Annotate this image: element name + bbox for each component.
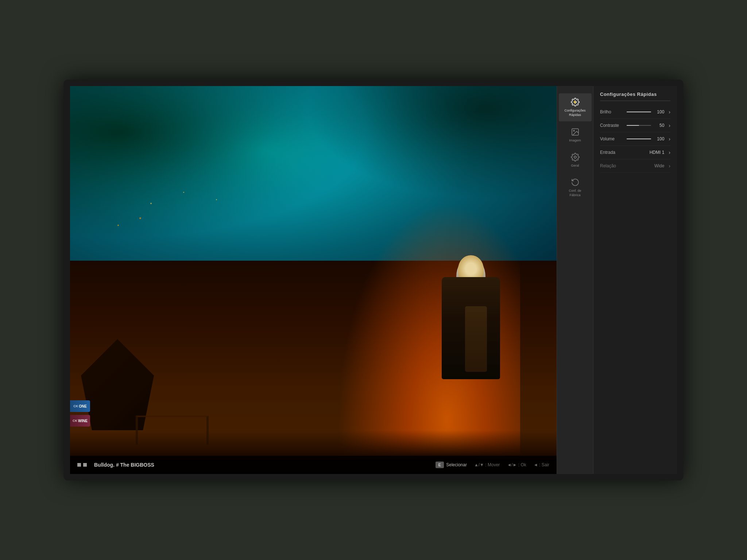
game-screen: CK ONE CK WINE Bulldog. # The BIGBOSS E … <box>70 86 557 474</box>
nav-move: ▲/▼ : Mover <box>474 462 500 467</box>
volume-slider[interactable] <box>627 139 651 139</box>
badge-one: CK ONE <box>70 400 90 412</box>
input-value: HDMI 1 <box>650 150 665 155</box>
aspect-row[interactable]: Relação Wide › <box>600 159 670 173</box>
nav-exit: ◄ : Sair <box>534 462 549 467</box>
volume-label: Volume <box>600 136 624 141</box>
select-key: E <box>436 462 444 468</box>
game-bottom-bar: Bulldog. # The BIGBOSS E Selecionar ▲/▼ … <box>70 456 557 474</box>
particle <box>183 192 184 193</box>
icon-sq1 <box>77 463 81 467</box>
osd-sidebar: ConfiguraçõesRápidas Imagem Geral <box>557 86 593 474</box>
volume-arrow: › <box>669 136 670 142</box>
osd-divider <box>600 101 670 101</box>
gear-lightning-icon <box>571 98 580 106</box>
contrast-fill <box>627 125 639 126</box>
osd-title: Configurações Rápidas <box>600 92 670 97</box>
badge-one-label: ONE <box>79 404 87 408</box>
image-icon <box>571 128 580 136</box>
select-button[interactable]: E Selecionar <box>436 462 467 468</box>
volume-row[interactable]: Volume 100 › <box>600 132 670 146</box>
brightness-slider[interactable] <box>627 112 651 112</box>
input-label: Entrada <box>600 150 624 155</box>
volume-slider-container: 100 <box>627 136 664 141</box>
select-label: Selecionar <box>446 462 467 467</box>
sidebar-label-general: Geral <box>571 164 579 167</box>
gear-icon <box>571 153 580 162</box>
contrast-row[interactable]: Contraste 50 › <box>600 119 670 132</box>
svg-point-2 <box>574 156 576 158</box>
contrast-slider-container: 50 <box>627 123 664 128</box>
badge-wine-label: WINE <box>78 419 88 423</box>
osd-panel: ConfiguraçõesRápidas Imagem Geral <box>557 86 677 474</box>
osd-main-content: Configurações Rápidas Brilho 100 › Contr… <box>593 86 677 474</box>
contrast-label: Contraste <box>600 123 624 128</box>
character <box>407 233 535 445</box>
particle <box>139 217 141 219</box>
contrast-arrow: › <box>669 122 670 128</box>
brightness-label: Brilho <box>600 109 624 114</box>
nav-ok: ◄/► : Ok <box>507 462 526 467</box>
brightness-value: 100 <box>654 109 664 114</box>
particle <box>117 225 119 226</box>
aspect-label: Relação <box>600 163 624 168</box>
brightness-arrow: › <box>669 109 670 115</box>
monitor: CK ONE CK WINE Bulldog. # The BIGBOSS E … <box>63 79 684 481</box>
character-torso <box>442 277 500 379</box>
icon-sq2 <box>83 463 87 467</box>
volume-value: 100 <box>654 136 664 141</box>
aspect-arrow: › <box>669 163 670 169</box>
reset-icon <box>571 178 580 187</box>
sidebar-item-general[interactable]: Geral <box>559 148 592 172</box>
sidebar-label-quick-settings: ConfiguraçõesRápidas <box>564 109 585 117</box>
svg-point-1 <box>573 130 574 131</box>
bottom-bar-icons <box>77 463 87 467</box>
badge-wine: CK WINE <box>70 415 90 427</box>
brightness-slider-container: 100 <box>627 109 664 114</box>
player-name: Bulldog. # The BIGBOSS <box>94 462 154 468</box>
particle <box>216 199 217 200</box>
sidebar-label-image: Imagem <box>569 139 581 142</box>
sidebar-label-factory: Conf. deFábrica <box>569 189 581 197</box>
bottom-navigation: E Selecionar ▲/▼ : Mover ◄/► : Ok ◄ : Sa… <box>436 462 549 468</box>
brightness-fill <box>627 112 651 112</box>
character-body <box>431 255 511 445</box>
contrast-value: 50 <box>654 123 664 128</box>
sidebar-item-image[interactable]: Imagem <box>559 123 592 147</box>
aspect-value: Wide <box>654 163 664 168</box>
character-armor <box>465 306 487 372</box>
input-arrow: › <box>669 149 670 155</box>
particle <box>150 203 152 204</box>
contrast-slider[interactable] <box>627 125 651 126</box>
input-row[interactable]: Entrada HDMI 1 › <box>600 146 670 159</box>
sidebar-item-factory[interactable]: Conf. deFábrica <box>559 174 592 202</box>
volume-fill <box>627 139 651 139</box>
brightness-row[interactable]: Brilho 100 › <box>600 105 670 119</box>
sidebar-item-quick-settings[interactable]: ConfiguraçõesRápidas <box>559 93 592 121</box>
